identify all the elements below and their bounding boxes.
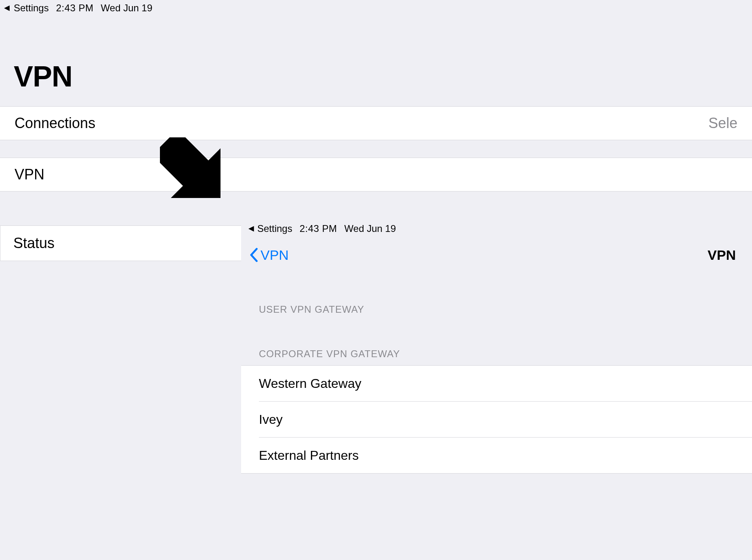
statusbar-fg: ◀ Settings 2:43 PM Wed Jun 19	[248, 223, 396, 234]
chevron-left-icon	[249, 248, 258, 262]
statusbar-time: 2:43 PM	[300, 223, 337, 234]
list-item-label: Western Gateway	[259, 376, 361, 391]
row-status[interactable]: Status	[0, 225, 242, 261]
statusbar-back-label[interactable]: Settings	[257, 223, 292, 234]
row-vpn-label: VPN	[15, 166, 44, 183]
navbar: VPN VPN	[241, 242, 752, 268]
list-item[interactable]: Western Gateway	[241, 366, 752, 401]
back-triangle-icon[interactable]: ◀	[248, 225, 254, 232]
statusbar-date: Wed Jun 19	[101, 2, 153, 14]
nav-back-button[interactable]: VPN	[249, 247, 289, 263]
corporate-gateway-list: Western Gateway Ivey External Partners	[241, 365, 752, 474]
back-triangle-icon[interactable]: ◀	[4, 4, 10, 11]
section-header-user-vpn: USER VPN GATEWAY	[259, 304, 364, 315]
row-status-label: Status	[13, 235, 55, 252]
statusbar-bg: ◀ Settings 2:43 PM Wed Jun 19	[4, 2, 152, 14]
statusbar-date: Wed Jun 19	[344, 223, 396, 234]
row-connections-action[interactable]: Sele	[708, 115, 737, 132]
row-connections[interactable]: Connections Sele	[0, 106, 752, 140]
nav-back-label: VPN	[260, 247, 289, 263]
statusbar-time: 2:43 PM	[56, 2, 94, 14]
list-item[interactable]: Ivey	[241, 402, 752, 437]
list-item-label: External Partners	[259, 448, 359, 463]
list-item[interactable]: External Partners	[241, 438, 752, 473]
overlay-screen: ◀ Settings 2:43 PM Wed Jun 19 VPN VPN US…	[241, 219, 752, 560]
row-vpn[interactable]: VPN	[0, 158, 752, 192]
list-item-label: Ivey	[259, 412, 283, 427]
page-title: VPN	[14, 60, 72, 93]
row-connections-label: Connections	[15, 115, 95, 132]
nav-title: VPN	[708, 247, 736, 263]
section-header-corporate-vpn: CORPORATE VPN GATEWAY	[259, 348, 400, 360]
statusbar-back-label[interactable]: Settings	[14, 2, 49, 14]
